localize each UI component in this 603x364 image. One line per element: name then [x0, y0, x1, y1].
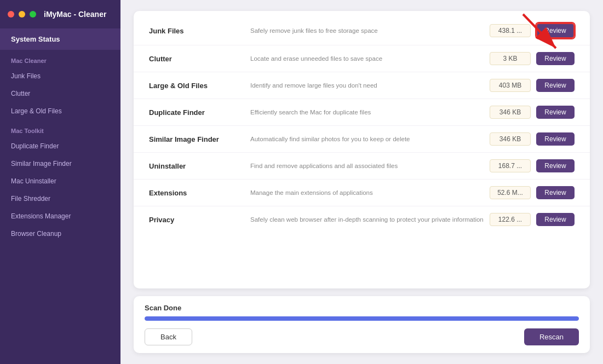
row-name-similar-image-finder: Similar Image Finder — [149, 135, 250, 143]
review-button-clutter[interactable]: Review — [536, 52, 575, 65]
row-name-uninstaller: Uninstaller — [149, 162, 250, 170]
scan-footer: Scan Done Back Rescan — [134, 296, 590, 353]
table-row: Clutter Locate and erase unneeded files … — [134, 45, 590, 72]
progress-bar-fill — [145, 316, 579, 321]
row-desc-duplicate-finder: Efficiently search the Mac for duplicate… — [250, 109, 490, 115]
row-size-uninstaller: 168.7 ... — [490, 159, 531, 172]
sidebar-item-system-status[interactable]: System Status — [0, 28, 120, 50]
row-desc-privacy: Safely clean web browser after in-depth … — [250, 216, 490, 223]
review-button-privacy[interactable]: Review — [536, 213, 575, 226]
scan-done-label: Scan Done — [145, 304, 579, 312]
row-desc-uninstaller: Find and remove applications and all ass… — [250, 163, 490, 169]
sidebar-item-extensions-manager[interactable]: Extensions Manager — [0, 207, 120, 225]
row-name-privacy: Privacy — [149, 216, 250, 224]
row-desc-junk-files: Safely remove junk files to free storage… — [250, 27, 490, 34]
sidebar-section-mac-toolkit: Mac Toolkit — [0, 120, 120, 137]
sidebar: iMyMac - Cleaner System Status Mac Clean… — [0, 0, 120, 364]
row-size-junk-files: 438.1 ... — [490, 24, 531, 37]
table-row: Similar Image Finder Automatically find … — [134, 126, 590, 153]
traffic-light-yellow[interactable] — [19, 11, 25, 18]
review-button-duplicate-finder[interactable]: Review — [536, 106, 575, 119]
titlebar: iMyMac - Cleaner — [0, 0, 120, 28]
row-desc-clutter: Locate and erase unneeded files to save … — [250, 55, 490, 62]
row-size-large-old-files: 403 MB — [490, 79, 531, 92]
footer-buttons: Back Rescan — [145, 328, 579, 353]
sidebar-item-similar-image-finder[interactable]: Similar Image Finder — [0, 155, 120, 172]
table-row: Large & Old Files Identify and remove la… — [134, 72, 590, 99]
table-row: Junk Files Safely remove junk files to f… — [134, 16, 590, 45]
row-size-extensions: 52.6 M... — [490, 186, 531, 199]
main-content: Junk Files Safely remove junk files to f… — [120, 0, 603, 364]
row-size-similar-image-finder: 346 KB — [490, 132, 531, 146]
review-button-uninstaller[interactable]: Review — [536, 159, 575, 172]
row-desc-similar-image-finder: Automatically find similar photos for yo… — [250, 136, 490, 142]
sidebar-item-large-old-files[interactable]: Large & Old Files — [0, 102, 120, 120]
row-name-large-old-files: Large & Old Files — [149, 82, 250, 90]
items-list: Junk Files Safely remove junk files to f… — [134, 11, 590, 288]
row-name-duplicate-finder: Duplicate Finder — [149, 108, 250, 117]
sidebar-item-file-shredder[interactable]: File Shredder — [0, 190, 120, 207]
sidebar-item-clutter[interactable]: Clutter — [0, 85, 120, 102]
review-button-junk-files[interactable]: Review — [536, 23, 575, 38]
table-row: Uninstaller Find and remove applications… — [134, 153, 590, 180]
row-size-clutter: 3 KB — [490, 52, 531, 65]
review-button-similar-image-finder[interactable]: Review — [536, 132, 575, 146]
traffic-light-green[interactable] — [30, 11, 36, 18]
sidebar-item-duplicate-finder[interactable]: Duplicate Finder — [0, 137, 120, 155]
review-button-large-old-files[interactable]: Review — [536, 79, 575, 92]
row-size-privacy: 122.6 ... — [490, 213, 531, 226]
progress-bar — [145, 316, 579, 321]
app-title: iMyMac - Cleaner — [44, 10, 106, 19]
traffic-light-red[interactable] — [8, 11, 14, 18]
sidebar-item-browser-cleanup[interactable]: Browser Cleanup — [0, 225, 120, 242]
row-size-duplicate-finder: 346 KB — [490, 106, 531, 119]
table-row: Extensions Manage the main extensions of… — [134, 180, 590, 206]
review-button-extensions[interactable]: Review — [536, 186, 575, 199]
row-name-clutter: Clutter — [149, 55, 250, 63]
back-button[interactable]: Back — [145, 328, 192, 345]
row-name-junk-files: Junk Files — [149, 27, 250, 35]
sidebar-section-mac-cleaner: Mac Cleaner — [0, 50, 120, 67]
rescan-button[interactable]: Rescan — [524, 328, 579, 345]
sidebar-item-junk-files[interactable]: Junk Files — [0, 67, 120, 85]
row-desc-extensions: Manage the main extensions of applicatio… — [250, 189, 490, 196]
row-desc-large-old-files: Identify and remove large files you don'… — [250, 82, 490, 89]
row-name-extensions: Extensions — [149, 189, 250, 197]
table-row: Privacy Safely clean web browser after i… — [134, 206, 590, 233]
results-card: Junk Files Safely remove junk files to f… — [134, 11, 590, 288]
sidebar-item-mac-uninstaller[interactable]: Mac Uninstaller — [0, 172, 120, 190]
table-row: Duplicate Finder Efficiently search the … — [134, 99, 590, 126]
